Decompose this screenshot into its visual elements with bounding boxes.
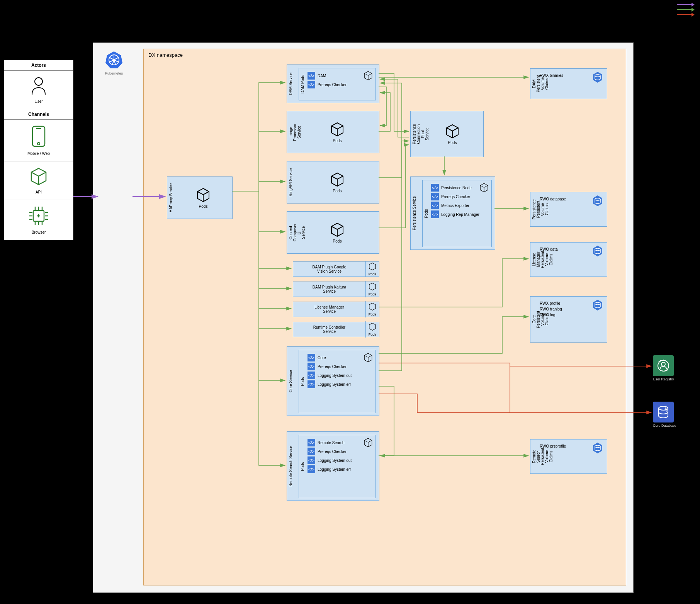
- cube-icon: [363, 71, 373, 81]
- sidebar-api: API: [4, 161, 73, 200]
- code-icon: </>: [431, 193, 439, 200]
- cube-icon: [368, 282, 377, 291]
- google-vision-label: DAM Plugin Google Vision Service: [293, 263, 365, 275]
- persistence-label: Persistence Service: [412, 196, 416, 230]
- core-pvc: Core Persistent Volume Claims RWX profil…: [530, 296, 607, 343]
- canvas: external traffic inbound internal traffi…: [0, 0, 700, 604]
- svg-marker-44: [369, 323, 376, 331]
- google-vision-service: DAM Plugin Google Vision Service Pods: [293, 261, 379, 277]
- legend-outbound-line: [677, 14, 692, 15]
- pers-item-3: Logging Rep Manager: [441, 212, 479, 217]
- svg-point-2: [37, 143, 40, 145]
- user-icon: [30, 76, 48, 97]
- core-pods-label: Pods: [301, 377, 305, 386]
- sidebar-browser-label: Browser: [4, 230, 73, 234]
- rs-item-0: Remote Search: [318, 441, 344, 445]
- remote-search-label: Remote Search Service: [289, 446, 293, 487]
- cube-icon: [368, 302, 377, 311]
- license-manager-label: License Manager Service: [293, 304, 365, 315]
- api-icon: [29, 167, 48, 188]
- sidebar-channels-header: Channels: [4, 109, 73, 120]
- mobile-icon: [31, 125, 46, 149]
- license-pvc-label: License Manager Persistent Volume Claims: [532, 251, 553, 268]
- database-icon: [656, 404, 671, 420]
- cube-icon: [330, 172, 345, 187]
- image-processor-label: Image Processor Service: [289, 122, 301, 143]
- core-database: Core Database: [653, 402, 676, 428]
- dam-pvc-item-0: RWX binaries: [540, 73, 604, 78]
- persistence-pvc: Persistence Persistent Volume Claims RWO…: [530, 192, 607, 227]
- conn-pool-label: Persistence Connection Pool Service: [412, 123, 429, 146]
- persistence-pvc-item-0: RWO database: [540, 197, 604, 201]
- svg-point-0: [35, 78, 42, 85]
- code-icon: </>: [308, 363, 315, 370]
- runtime-controller-service: Runtime Controller Service Pods: [293, 322, 379, 337]
- pers-item-2: Metrics Exporter: [441, 204, 469, 208]
- legend-internal-line: [677, 9, 692, 10]
- image-processor-service: Image Processor Service Pods: [287, 111, 379, 153]
- lm-pods: Pods: [368, 312, 377, 316]
- namespace-title: DX namespace: [148, 52, 183, 58]
- sidebar-browser: Browser: [4, 200, 73, 240]
- cube-icon: [363, 353, 373, 363]
- core-item-0: Core: [318, 356, 326, 360]
- dam-item-1: Prereqs Checker: [318, 83, 347, 87]
- haproxy-service: HAProxy Service Pods: [167, 176, 233, 219]
- persistence-service: Persistence Service Pods </>Persistence …: [410, 176, 495, 250]
- legend-inbound-label: external traffic inbound: [635, 2, 675, 7]
- legend-outbound-label: external traffic outbound: [633, 12, 675, 17]
- remote-search-pvc-label: Remote Search Persistent Volume Claims: [532, 448, 553, 465]
- code-icon: </>: [308, 439, 315, 446]
- svg-marker-42: [369, 283, 376, 290]
- license-manager-service: License Manager Service Pods: [293, 302, 379, 317]
- dam-pods-label: DAM Pods: [301, 75, 305, 93]
- code-icon: </>: [308, 465, 315, 473]
- sidebar-api-label: API: [4, 190, 73, 194]
- legend-outbound: external traffic outbound: [633, 12, 692, 17]
- cube-icon: [195, 187, 211, 203]
- core-database-label: Core Database: [653, 424, 676, 428]
- dx-namespace: DX namespace HAProxy Service Pods DAM Se…: [143, 49, 626, 585]
- kubernetes-icon: [105, 51, 123, 69]
- cube-icon: [330, 222, 345, 238]
- remote-search-pvc: Remote Search Persistent Volume Claims R…: [530, 439, 607, 474]
- cube-icon: [368, 322, 377, 331]
- runtime-controller-label: Runtime Controller Service: [293, 324, 365, 335]
- ringapi-label: RingAPI Service: [289, 168, 293, 197]
- k8s-label: Kubernetes: [105, 71, 123, 75]
- code-icon: </>: [308, 456, 315, 464]
- legend-inbound-line: [677, 4, 692, 5]
- license-pvc: License Manager Persistent Volume Claims…: [530, 242, 607, 277]
- ringapi-service: RingAPI Service Pods: [287, 161, 379, 204]
- sidebar: Actors User Channels Mobile / Web API Br…: [4, 60, 73, 240]
- legend-internal-label: internal traffic: [651, 7, 675, 12]
- gv-pods: Pods: [368, 272, 377, 276]
- kaltura-pods: Pods: [368, 292, 377, 296]
- haproxy-pods: Pods: [199, 204, 208, 209]
- core-pvc-item-2: RWO log: [540, 313, 604, 317]
- remote-search-pods-label: Pods: [301, 462, 305, 471]
- rc-pods: Pods: [368, 333, 377, 336]
- code-icon: </>: [308, 72, 315, 80]
- svg-point-64: [661, 362, 665, 366]
- image-processor-pods: Pods: [333, 139, 342, 143]
- legend-inbound: external traffic inbound: [633, 2, 692, 7]
- dam-label: DAM Service: [289, 73, 293, 95]
- persistence-pods-label: Pods: [424, 209, 428, 218]
- code-icon: </>: [431, 202, 439, 209]
- haproxy-label: HAProxy Service: [169, 183, 173, 212]
- conn-pool-pods: Pods: [448, 141, 457, 145]
- remote-search-service: Remote Search Service Pods </>Remote Sea…: [287, 431, 379, 501]
- cube-icon: [368, 262, 377, 271]
- code-icon: </>: [431, 184, 439, 192]
- dam-item-0: DAM: [318, 74, 326, 78]
- rs-item-2: Logging System out: [318, 458, 352, 463]
- rs-pvc-item-0: RWO prsprofile: [540, 444, 604, 448]
- svg-rect-1: [32, 126, 45, 146]
- legend: external traffic inbound internal traffi…: [633, 2, 692, 17]
- connection-pool-service: Persistence Connection Pool Service Pods: [410, 111, 484, 157]
- license-pvc-item-0: RWO data: [540, 247, 604, 251]
- cube-icon: [330, 122, 345, 137]
- rs-item-3: Logging System err: [318, 467, 351, 472]
- browser-icon: [28, 205, 49, 228]
